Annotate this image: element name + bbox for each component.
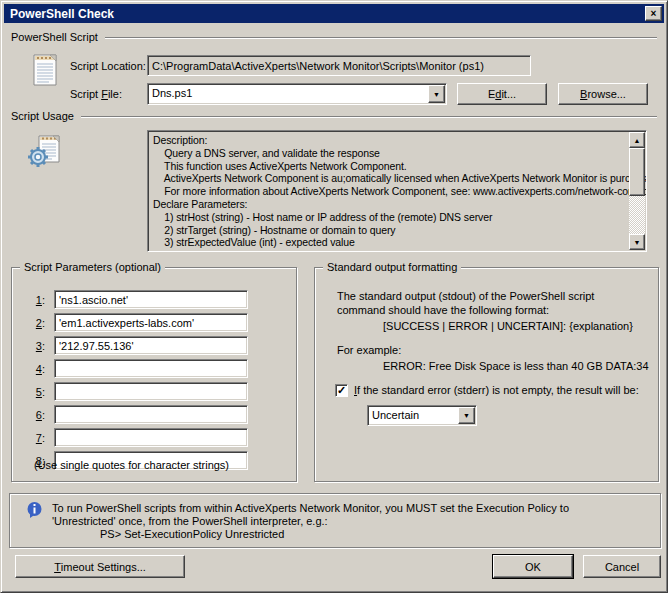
param-row: 3: bbox=[24, 336, 248, 355]
script-location-label: Script Location: bbox=[70, 60, 146, 72]
param-label-7: 7: bbox=[24, 432, 54, 444]
window-title: PowerShell Check bbox=[10, 7, 114, 21]
param-label-3: 3: bbox=[24, 340, 54, 352]
param-row: 4: bbox=[24, 359, 248, 378]
powershell-script-section-label: PowerShell Script bbox=[11, 31, 98, 43]
param-label-4: 4: bbox=[24, 363, 54, 375]
param-input-6[interactable] bbox=[54, 405, 248, 424]
powershell-script-section-header: PowerShell Script bbox=[11, 31, 657, 43]
scroll-up-icon: ▲ bbox=[634, 137, 641, 144]
description-line: Query a DNS server, and validate the res… bbox=[153, 147, 624, 160]
checkmark-icon: ✓ bbox=[337, 384, 346, 396]
param-input-7[interactable] bbox=[54, 428, 248, 447]
stdout-formatting-group: Standard output formatting The standard … bbox=[314, 267, 659, 482]
close-icon: × bbox=[651, 9, 657, 19]
param-row: 6: bbox=[24, 405, 248, 424]
execution-policy-info-box: To run PowerShell scripts from within Ac… bbox=[9, 493, 661, 548]
stdout-group-label: Standard output formatting bbox=[323, 261, 461, 273]
notepad-script-icon bbox=[31, 52, 59, 90]
browse-button[interactable]: Browse... bbox=[558, 83, 648, 105]
chevron-down-icon: ▼ bbox=[463, 412, 470, 419]
script-file-combobox[interactable]: Dns.ps1 ▼ bbox=[147, 83, 447, 105]
script-location-value[interactable] bbox=[147, 55, 531, 76]
stderr-result-combobox[interactable]: Uncertain ▼ bbox=[367, 405, 477, 426]
section-divider bbox=[105, 37, 657, 39]
single-quotes-note: (Use single quotes for character strings… bbox=[34, 459, 229, 471]
timeout-settings-button[interactable]: Timeout Settings... bbox=[15, 555, 185, 578]
param-input-3[interactable] bbox=[54, 336, 248, 355]
stderr-checkbox[interactable]: ✓ bbox=[335, 384, 348, 397]
description-line: ActiveXperts Network Component is au;oma… bbox=[153, 172, 624, 185]
script-parameters-group-label: Script Parameters (optional) bbox=[20, 261, 165, 273]
edit-button[interactable]: Edit... bbox=[457, 83, 547, 105]
script-file-value: Dns.ps1 bbox=[152, 87, 426, 99]
stderr-result-value: Uncertain bbox=[372, 409, 456, 421]
script-file-label: Script File: bbox=[70, 88, 122, 100]
script-usage-section-header: Script Usage bbox=[11, 110, 657, 122]
scrollbar-thumb[interactable] bbox=[629, 148, 645, 196]
info-icon bbox=[26, 501, 43, 521]
description-line: 3) strExpectedValue (int) - expected val… bbox=[153, 236, 624, 249]
param-row: 2: bbox=[24, 313, 248, 332]
script-usage-section-label: Script Usage bbox=[11, 110, 74, 122]
chevron-down-icon: ▼ bbox=[433, 91, 440, 98]
title-bar[interactable]: PowerShell Check bbox=[4, 4, 664, 23]
script-parameters-group: Script Parameters (optional) 1: 2: 3: 4:… bbox=[11, 267, 297, 482]
param-row: 1: bbox=[24, 290, 248, 309]
powershell-check-dialog: PowerShell Check × PowerShell Script Scr… bbox=[0, 0, 668, 593]
info-line-2: 'Unrestricted' once, from the PowerShell… bbox=[52, 515, 328, 527]
stderr-result-dropdown-button[interactable]: ▼ bbox=[458, 407, 475, 424]
param-label-6: 6: bbox=[24, 409, 54, 421]
param-input-5[interactable] bbox=[54, 382, 248, 401]
param-row: 7: bbox=[24, 428, 248, 447]
cancel-button[interactable]: Cancel bbox=[583, 555, 661, 578]
description-line: For more information about ActiveXperts … bbox=[153, 185, 624, 198]
description-line: 2) strTarget (string) - Hostname or doma… bbox=[153, 224, 624, 237]
param-label-2: 2: bbox=[24, 317, 54, 329]
script-description-box[interactable]: Description: Query a DNS server, and val… bbox=[147, 130, 647, 252]
script-gear-icon bbox=[27, 134, 65, 174]
description-line: 1) strHost (string) - Host name or IP ad… bbox=[153, 211, 624, 224]
stdout-format-line: [SUCCESS | ERROR | UNCERTAIN]: {explanat… bbox=[383, 320, 633, 332]
script-location-field[interactable] bbox=[147, 55, 531, 76]
param-input-1[interactable] bbox=[54, 290, 248, 309]
stderr-checkbox-label[interactable]: If the standard error (stderr) is not em… bbox=[354, 384, 639, 396]
close-button[interactable]: × bbox=[645, 6, 662, 21]
description-line: Description: bbox=[153, 134, 624, 147]
stdout-example-line: ERROR: Free Disk Space is less than 40 G… bbox=[383, 360, 649, 372]
param-input-4[interactable] bbox=[54, 359, 248, 378]
scroll-up-button[interactable]: ▲ bbox=[629, 132, 645, 148]
script-file-dropdown-button[interactable]: ▼ bbox=[428, 85, 445, 103]
scroll-down-button[interactable]: ▼ bbox=[629, 234, 645, 250]
stdout-text-line1: The standard output (stdout) of the Powe… bbox=[337, 290, 594, 302]
description-line: This function uses ActiveXperts Network … bbox=[153, 160, 624, 173]
description-line: Declare Parameters: bbox=[153, 198, 624, 211]
stdout-example-label: For example: bbox=[337, 344, 401, 356]
param-label-1: 1: bbox=[24, 294, 54, 306]
script-parameters-rows: 1: 2: 3: 4: 5: 6: bbox=[24, 290, 248, 474]
description-scrollbar[interactable]: ▲ ▼ bbox=[629, 132, 645, 250]
param-input-2[interactable] bbox=[54, 313, 248, 332]
info-line-1: To run PowerShell scripts from within Ac… bbox=[52, 502, 569, 514]
scroll-down-icon: ▼ bbox=[634, 239, 641, 246]
info-line-3: PS> Set-ExecutionPolicy Unrestricted bbox=[100, 528, 284, 540]
section-divider bbox=[81, 116, 657, 118]
ok-button[interactable]: OK bbox=[493, 555, 573, 578]
param-label-5: 5: bbox=[24, 386, 54, 398]
stdout-text-line2: command should have the following format… bbox=[337, 304, 549, 316]
param-row: 5: bbox=[24, 382, 248, 401]
